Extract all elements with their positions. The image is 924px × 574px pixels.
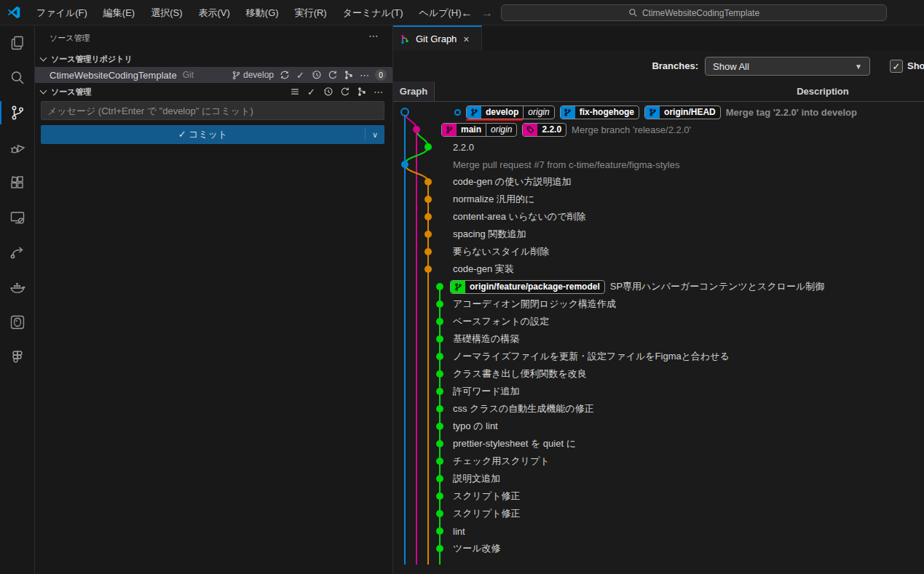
- commit-row[interactable]: origin/feature/package-remodelSP専用ハンバーガー…: [393, 278, 924, 295]
- commit-row[interactable]: 説明文追加: [393, 470, 924, 487]
- repositories-section-header[interactable]: ソース管理リポジトリ: [35, 51, 392, 67]
- menu-edit[interactable]: 編集(E): [95, 0, 143, 25]
- current-branch-label: develop: [243, 70, 274, 80]
- commit-row[interactable]: css クラスの自動生成機能の修正: [393, 400, 924, 418]
- commit-row[interactable]: content-area いらないので削除: [393, 208, 924, 226]
- scm-section-header[interactable]: ソース管理 ✓ ⋯: [35, 84, 392, 100]
- sidebar-more-icon[interactable]: ⋯: [368, 30, 379, 41]
- tab-git-graph[interactable]: Git Graph ×: [393, 25, 482, 51]
- menu-go[interactable]: 移動(G): [238, 0, 287, 25]
- explorer-icon[interactable]: [0, 25, 35, 60]
- more-actions-icon[interactable]: ⋯: [373, 87, 384, 97]
- commit-row[interactable]: spacing 関数追加: [393, 226, 924, 243]
- commit-dropdown-chevron[interactable]: ∨: [366, 130, 384, 140]
- commit-row[interactable]: ノーマライズファイルを更新・設定ファイルをFigmaと合わせる: [393, 348, 924, 365]
- git-graph-action-icon[interactable]: [356, 87, 367, 97]
- git-branch-icon: [564, 108, 572, 116]
- branch-badge[interactable]: mainorigin: [441, 123, 517, 137]
- view-as-list-icon[interactable]: [289, 87, 300, 97]
- refresh-icon[interactable]: [339, 87, 350, 97]
- commit-row[interactable]: クラス書き出し便利関数を改良: [393, 365, 924, 383]
- checkout-branch-button[interactable]: develop: [232, 70, 274, 80]
- commit-button[interactable]: ✓ コミット ∨: [41, 125, 384, 144]
- search-sidebar-icon[interactable]: [0, 60, 35, 95]
- more-actions-icon[interactable]: ⋯: [359, 70, 370, 81]
- commit-row[interactable]: Merge pull request #7 from c-time/featur…: [393, 156, 924, 173]
- title-bar: ファイル(F) 編集(E) 選択(S) 表示(V) 移動(G) 実行(R) ター…: [0, 0, 924, 25]
- repository-row[interactable]: CtimeWebsiteCodingTemplate Git develop ✓: [35, 67, 392, 83]
- commit-row[interactable]: mainorigin2.2.0Merge branch 'release/2.2…: [393, 121, 924, 138]
- postgresql-icon[interactable]: [0, 305, 35, 340]
- source-control-sidebar: ソース管理 ⋯ ソース管理リポジトリ CtimeWebsiteCodingTem…: [35, 25, 393, 574]
- commit-row[interactable]: 2.2.0: [393, 138, 924, 156]
- commit-row[interactable]: アコーディオン開閉ロジック構造作成: [393, 295, 924, 313]
- extensions-icon[interactable]: [0, 165, 35, 200]
- ref-name: develop: [481, 107, 523, 117]
- menu-run[interactable]: 実行(R): [287, 0, 335, 25]
- tab-close-icon[interactable]: ×: [463, 33, 469, 45]
- show-remote-checkbox[interactable]: ✓: [890, 60, 903, 73]
- commit-row[interactable]: 許可ワード追加: [393, 383, 924, 400]
- commit-button-label: コミット: [189, 129, 227, 140]
- menu-terminal[interactable]: ターミナル(T): [335, 0, 411, 25]
- sidebar-title: ソース管理: [50, 33, 90, 44]
- ref-name: origin/feature/package-remodel: [465, 282, 604, 292]
- docker-icon[interactable]: [0, 270, 35, 305]
- branch-badge[interactable]: origin/feature/package-remodel: [450, 280, 605, 294]
- branch-badge[interactable]: fix-hogehoge: [560, 105, 639, 119]
- tag-badge[interactable]: 2.2.0: [522, 123, 566, 137]
- changes-count-badge: 0: [375, 69, 387, 81]
- git-graph-panel: Git Graph × Branches: Show All ▼ ✓ Show …: [393, 25, 924, 574]
- graph-column-header[interactable]: Graph: [393, 81, 435, 101]
- commit-row[interactable]: prettier-stylesheet を quiet に: [393, 435, 924, 453]
- run-debug-icon[interactable]: [0, 130, 35, 165]
- commit-row[interactable]: スクリプト修正: [393, 505, 924, 522]
- history-icon[interactable]: [311, 70, 322, 81]
- share-icon[interactable]: [0, 235, 35, 270]
- commit-row[interactable]: ベースフォントの設定: [393, 313, 924, 330]
- commit-check-icon[interactable]: ✓: [306, 87, 317, 97]
- source-control-icon[interactable]: [0, 95, 35, 130]
- git-graph-action-icon[interactable]: [343, 70, 354, 81]
- menu-view[interactable]: 表示(V): [191, 0, 238, 25]
- vscode-logo-icon: [7, 5, 21, 20]
- forward-arrow-icon[interactable]: →: [481, 7, 493, 20]
- commit-message: normalize 汎用的に: [453, 193, 534, 206]
- commit-row[interactable]: developoriginfix-hogehogeorigin/HEADMerg…: [393, 103, 924, 121]
- commit-message: 要らないスタイル削除: [453, 245, 549, 258]
- commit-row[interactable]: lint: [393, 522, 924, 540]
- refresh-icon[interactable]: [327, 70, 338, 81]
- menu-selection[interactable]: 選択(S): [143, 0, 190, 25]
- commit-row[interactable]: 要らないスタイル削除: [393, 243, 924, 260]
- commit-row[interactable]: チェック用スクリプト: [393, 453, 924, 470]
- sync-icon[interactable]: [279, 70, 290, 81]
- description-column-header[interactable]: Description: [772, 81, 874, 101]
- commit-check-icon[interactable]: ✓: [295, 70, 306, 81]
- ref-remote: origin: [523, 106, 553, 119]
- repository-name: CtimeWebsiteCodingTemplate: [50, 70, 177, 81]
- branch-badge[interactable]: origin/HEAD: [644, 105, 721, 119]
- branches-dropdown[interactable]: Show All ▼: [705, 57, 870, 76]
- commit-row[interactable]: typo の lint: [393, 418, 924, 435]
- commit-row[interactable]: code-gen 実装: [393, 260, 924, 278]
- search-value: CtimeWebsiteCodingTemplate: [642, 8, 759, 18]
- head-indicator-circle: [454, 109, 461, 116]
- command-center-search[interactable]: CtimeWebsiteCodingTemplate: [501, 4, 887, 21]
- commit-row[interactable]: 基礎構造の構築: [393, 330, 924, 348]
- history-icon[interactable]: [323, 87, 333, 97]
- ref-remote: origin: [486, 124, 516, 136]
- ref-name: origin/HEAD: [660, 107, 720, 117]
- figma-icon[interactable]: [0, 340, 35, 375]
- commit-row[interactable]: code-gen の使い方説明追加: [393, 173, 924, 191]
- commit-row[interactable]: スクリプト修正: [393, 487, 924, 505]
- commit-row[interactable]: normalize 汎用的に: [393, 191, 924, 208]
- menu-file[interactable]: ファイル(F): [28, 0, 95, 25]
- commit-row[interactable]: ツール改修: [393, 540, 924, 557]
- remote-explorer-icon[interactable]: [0, 200, 35, 235]
- commit-message-input[interactable]: [41, 101, 384, 120]
- branch-badge[interactable]: developorigin: [466, 105, 555, 119]
- commit-message: spacing 関数追加: [453, 228, 526, 241]
- scm-section-label: ソース管理: [51, 87, 92, 97]
- commit-message: ツール改修: [453, 542, 501, 555]
- back-arrow-icon[interactable]: ←: [461, 7, 473, 20]
